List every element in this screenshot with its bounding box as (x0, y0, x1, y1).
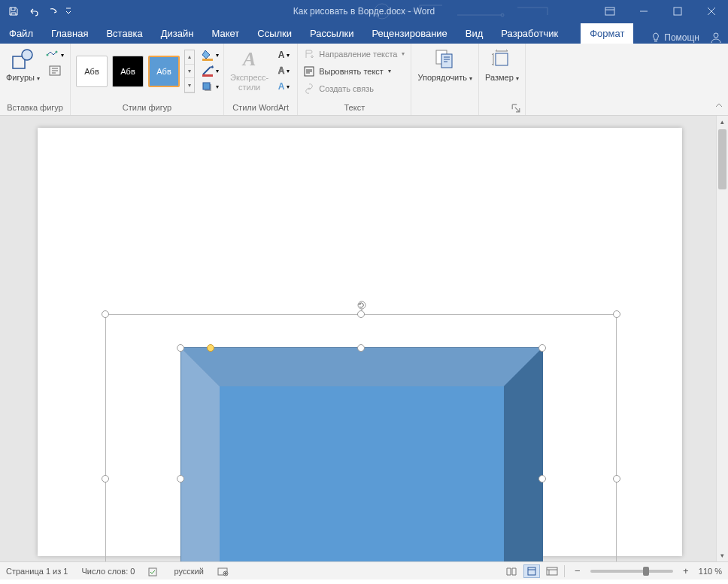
tab-developer[interactable]: Разработчик (492, 23, 567, 44)
status-bar: Страница 1 из 1 Число слов: 0 русский − … (0, 561, 728, 579)
separator (564, 565, 565, 577)
svg-rect-31 (528, 567, 535, 575)
save-button[interactable] (5, 2, 23, 20)
tab-mailings[interactable]: Рассылки (301, 23, 362, 44)
wordart-icon: A (238, 47, 262, 71)
ribbon: Фигуры ▾ ▾ Вставка фигур Абв Абв Абв ▴▾▾… (0, 44, 728, 116)
shape-outline-button[interactable]: ▾ (201, 63, 219, 78)
language-indicator[interactable]: русский (174, 567, 203, 576)
window-controls (593, 0, 728, 23)
tab-format[interactable]: Формат (581, 23, 633, 44)
group-label-insert-shapes: Вставка фигур (3, 101, 67, 115)
tab-references[interactable]: Ссылки (248, 23, 301, 44)
style-option-1[interactable]: Абв (76, 56, 108, 87)
link-icon (304, 83, 314, 94)
quick-styles-button: A Экспресс- стили (227, 46, 271, 94)
text-fill-button[interactable]: A▾ (275, 47, 293, 62)
group-insert-shapes: Фигуры ▾ ▾ Вставка фигур (0, 44, 71, 115)
selected-shape[interactable] (180, 347, 543, 561)
shape-style-gallery[interactable]: Абв Абв Абв ▴▾▾ (74, 46, 195, 97)
collapse-ribbon-button[interactable] (714, 101, 725, 112)
group-label-text: Текст (301, 101, 408, 115)
text-effects-button[interactable]: A▾ (275, 79, 293, 94)
style-option-3[interactable]: Абв (148, 56, 180, 87)
zoom-out-button[interactable]: − (571, 564, 584, 578)
close-button[interactable] (694, 0, 728, 23)
text-direction-icon (304, 49, 314, 59)
svg-rect-4 (674, 8, 681, 15)
maximize-button[interactable] (660, 0, 694, 23)
page-indicator[interactable]: Страница 1 из 1 (6, 567, 68, 576)
zoom-slider-thumb[interactable] (643, 567, 649, 576)
svg-rect-14 (203, 83, 210, 89)
minimize-button[interactable] (626, 0, 660, 23)
document-area: ▴ ▾ (0, 116, 728, 561)
group-text: Направление текста▾ Выровнять текст▾ Соз… (298, 44, 411, 115)
svg-rect-3 (605, 8, 614, 15)
svg-point-8 (46, 54, 48, 56)
tab-insert[interactable]: Вставка (97, 23, 151, 44)
macro-record-icon[interactable] (217, 566, 229, 576)
svg-point-9 (55, 51, 57, 53)
title-bar: Как рисовать в Ворде.docx - Word (0, 0, 728, 23)
qa-customize-button[interactable] (63, 2, 74, 20)
tab-layout[interactable]: Макет (202, 23, 248, 44)
dialog-launcher-icon[interactable] (511, 104, 520, 113)
lightbulb-icon (651, 32, 661, 43)
group-wordart-styles: A Экспресс- стили A▾ A▾ A▾ Стили WordArt (224, 44, 298, 115)
svg-point-7 (22, 50, 32, 60)
group-label-wordart: Стили WordArt (227, 101, 294, 115)
undo-button[interactable] (24, 2, 42, 20)
gallery-spinner[interactable]: ▴▾▾ (184, 50, 195, 93)
group-shape-styles: Абв Абв Абв ▴▾▾ ▾ ▾ ▾ Стили фигур (71, 44, 224, 115)
align-text-button[interactable]: Выровнять текст▾ (301, 63, 408, 79)
shape-effects-button[interactable]: ▾ (201, 79, 219, 94)
shape-format-tools: ▾ ▾ ▾ (199, 46, 220, 95)
window-title: Как рисовать в Ворде.docx - Word (293, 6, 435, 17)
group-label-size (482, 101, 522, 115)
web-layout-icon[interactable] (546, 566, 558, 576)
svg-rect-32 (547, 567, 557, 575)
size-button[interactable]: Размер ▾ (482, 46, 522, 84)
style-option-2[interactable]: Абв (112, 56, 144, 87)
tab-home[interactable]: Главная (42, 23, 97, 44)
size-icon (490, 47, 514, 71)
zoom-slider[interactable] (590, 570, 673, 573)
svg-rect-17 (441, 54, 452, 68)
help-area: Помощн (651, 32, 728, 44)
zoom-level[interactable]: 110 % (699, 567, 722, 576)
redo-button[interactable] (44, 2, 62, 20)
svg-marker-20 (180, 347, 543, 386)
tell-me-button[interactable]: Помощн (651, 32, 699, 43)
scroll-thumb[interactable] (718, 129, 726, 189)
shapes-tools: ▾ (44, 46, 65, 80)
edit-shape-button[interactable]: ▾ (46, 47, 64, 62)
spellcheck-icon[interactable] (148, 566, 160, 576)
vertical-scrollbar[interactable]: ▴ ▾ (716, 116, 728, 561)
group-size: Размер ▾ (479, 44, 526, 115)
shape-fill-button[interactable]: ▾ (201, 47, 219, 62)
scroll-up-button[interactable]: ▴ (717, 116, 728, 128)
text-outline-button[interactable]: A▾ (275, 63, 293, 78)
ribbon-display-button[interactable] (593, 0, 626, 23)
group-arrange: Упорядочить ▾ (411, 44, 479, 115)
word-count[interactable]: Число слов: 0 (81, 567, 135, 576)
arrange-button[interactable]: Упорядочить ▾ (414, 46, 475, 84)
shapes-icon (11, 47, 35, 71)
account-icon[interactable] (710, 32, 722, 44)
document-viewport[interactable] (0, 116, 716, 561)
tab-view[interactable]: Вид (457, 23, 493, 44)
svg-rect-18 (496, 53, 508, 65)
group-label-shape-styles: Стили фигур (74, 101, 220, 115)
zoom-in-button[interactable]: + (679, 564, 693, 578)
tab-design[interactable]: Дизайн (152, 23, 203, 44)
svg-point-2 (501, 14, 504, 17)
read-mode-icon[interactable] (505, 566, 517, 576)
shapes-button[interactable]: Фигуры ▾ (3, 46, 43, 84)
wordart-tools: A▾ A▾ A▾ (273, 46, 294, 95)
print-layout-button[interactable] (523, 564, 540, 578)
tab-file[interactable]: Файл (0, 23, 42, 44)
scroll-down-button[interactable]: ▾ (717, 549, 728, 561)
tab-review[interactable]: Рецензирование (362, 23, 456, 44)
draw-textbox-button[interactable] (46, 63, 64, 78)
